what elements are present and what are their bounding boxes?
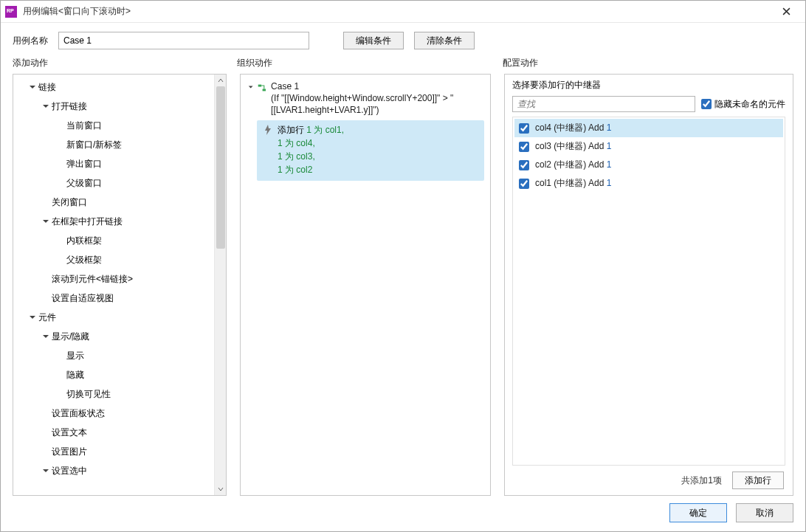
- chevron-down-icon: [28, 83, 37, 91]
- organize-panel: Case 1 (If "[[Window.height+Window.scrol…: [240, 74, 491, 496]
- scroll-thumb[interactable]: [216, 86, 225, 249]
- tree-item[interactable]: 设置选中: [13, 461, 214, 480]
- chevron-down-icon: [41, 217, 50, 226]
- repeater-label: col4 (中继器) Add 1: [535, 122, 611, 134]
- tree-item[interactable]: 打开链接: [13, 97, 214, 116]
- chevron-down-icon: [41, 466, 50, 475]
- search-input[interactable]: [512, 96, 695, 112]
- tree-item-label: 元件: [38, 310, 56, 325]
- tree-item[interactable]: 新窗口/新标签: [13, 135, 214, 154]
- flow-icon: [258, 82, 266, 94]
- repeater-row[interactable]: col1 (中继器) Add 1: [514, 174, 783, 193]
- tree-item-label: 当前窗口: [66, 118, 102, 133]
- chevron-down-icon: [28, 313, 37, 322]
- tree-item-label: 滚动到元件<锚链接>: [52, 272, 133, 286]
- case-name-label: 用例名称: [13, 35, 48, 47]
- bolt-icon: [263, 125, 273, 135]
- action-tree[interactable]: 链接打开链接当前窗口新窗口/新标签弹出窗口父级窗口关闭窗口在框架中打开链接内联框…: [13, 75, 214, 495]
- tree-item[interactable]: 隐藏: [13, 365, 214, 384]
- hide-unnamed-checkbox[interactable]: [701, 99, 712, 109]
- panels: 链接打开链接当前窗口新窗口/新标签弹出窗口父级窗口关闭窗口在框架中打开链接内联框…: [1, 74, 805, 496]
- tree-item[interactable]: 设置图片: [13, 442, 214, 461]
- tree-item-label: 链接: [38, 80, 56, 94]
- tree-item[interactable]: 父级框架: [13, 250, 214, 269]
- tree-item-label: 内联框架: [66, 233, 102, 248]
- case-name-input[interactable]: [58, 32, 309, 49]
- tree-item[interactable]: 父级窗口: [13, 173, 214, 193]
- tree-item-label: 设置文本: [52, 425, 87, 440]
- repeater-row[interactable]: col3 (中继器) Add 1: [514, 137, 783, 156]
- add-row-button[interactable]: 添加行: [732, 471, 784, 489]
- tree-item[interactable]: 设置自适应视图: [13, 289, 214, 308]
- repeater-checkbox[interactable]: [519, 123, 529, 134]
- svg-rect-1: [263, 89, 266, 91]
- tree-item[interactable]: 当前窗口: [13, 116, 214, 135]
- config-title: 选择要添加行的中继器: [512, 79, 785, 91]
- section-headers: 添加动作 组织动作 配置动作: [1, 57, 805, 74]
- repeater-checkbox[interactable]: [519, 142, 529, 152]
- tree-item[interactable]: 设置面板状态: [13, 404, 214, 423]
- tree-item-label: 切换可见性: [66, 387, 111, 401]
- case-name-text: Case 1: [271, 80, 484, 92]
- repeater-row[interactable]: col2 (中继器) Add 1: [514, 156, 783, 174]
- repeater-label: col1 (中继器) Add 1: [535, 177, 611, 190]
- case-node[interactable]: Case 1 (If "[[Window.height+Window.scrol…: [241, 77, 490, 119]
- hide-unnamed-toggle[interactable]: 隐藏未命名的元件: [701, 98, 785, 111]
- tree-item[interactable]: 弹出窗口: [13, 154, 214, 173]
- repeater-checkbox[interactable]: [519, 179, 529, 189]
- tree-item[interactable]: 滚动到元件<锚链接>: [13, 269, 214, 289]
- scroll-up-icon[interactable]: [215, 75, 226, 86]
- chevron-down-icon: [41, 102, 50, 111]
- tree-item[interactable]: 链接: [13, 77, 214, 97]
- ok-button[interactable]: 确定: [669, 503, 727, 522]
- tree-item-label: 弹出窗口: [66, 156, 102, 171]
- app-icon: [5, 6, 17, 18]
- repeater-label: col3 (中继器) Add 1: [535, 140, 611, 153]
- repeater-row[interactable]: col4 (中继器) Add 1: [514, 119, 783, 137]
- tree-item[interactable]: 内联框架: [13, 231, 214, 250]
- tree-item-label: 设置选中: [52, 463, 87, 478]
- tree-item-label: 隐藏: [66, 367, 84, 382]
- clear-condition-button[interactable]: 清除条件: [414, 32, 475, 49]
- edit-condition-button[interactable]: 编辑条件: [343, 32, 404, 49]
- selection-count: 共添加1项: [681, 474, 722, 487]
- tree-item[interactable]: 在框架中打开链接: [13, 212, 214, 231]
- section-add-action: 添加动作: [13, 57, 237, 69]
- config-footer: 共添加1项 添加行: [512, 466, 785, 491]
- repeater-list: col4 (中继器) Add 1col3 (中继器) Add 1col2 (中继…: [512, 117, 785, 466]
- tree-item-label: 父级窗口: [66, 176, 102, 190]
- section-config-action: 配置动作: [503, 57, 793, 69]
- case-condition: (If "[[Window.height+Window.scrollY+200]…: [271, 92, 484, 116]
- action-tree-panel: 链接打开链接当前窗口新窗口/新标签弹出窗口父级窗口关闭窗口在框架中打开链接内联框…: [13, 74, 227, 496]
- tree-item[interactable]: 关闭窗口: [13, 193, 214, 212]
- chevron-down-icon: [41, 332, 50, 341]
- section-organize-action: 组织动作: [237, 57, 503, 69]
- config-panel: 选择要添加行的中继器 隐藏未命名的元件 col4 (中继器) Add 1col3…: [504, 74, 793, 496]
- hide-unnamed-label: 隐藏未命名的元件: [714, 98, 785, 111]
- search-row: 隐藏未命名的元件: [512, 96, 785, 112]
- tree-item[interactable]: 设置文本: [13, 423, 214, 442]
- repeater-checkbox[interactable]: [519, 160, 529, 170]
- case-toolbar: 用例名称 编辑条件 清除条件: [1, 23, 805, 57]
- tree-item[interactable]: 切换可见性: [13, 384, 214, 404]
- tree-item[interactable]: 显示/隐藏: [13, 327, 214, 346]
- case-node-text: Case 1 (If "[[Window.height+Window.scrol…: [271, 80, 484, 116]
- tree-item-label: 关闭窗口: [52, 195, 87, 210]
- tree-item-label: 打开链接: [52, 99, 87, 114]
- action-title: 添加行: [278, 125, 304, 135]
- tree-item[interactable]: 元件: [13, 308, 214, 327]
- close-button[interactable]: [771, 1, 801, 22]
- expand-icon: [248, 83, 253, 91]
- scroll-down-icon[interactable]: [215, 483, 226, 495]
- action-node[interactable]: 添加行 1 为 col1,1 为 col4,1 为 col3,1 为 col2: [257, 120, 484, 181]
- tree-item-label: 显示/隐藏: [52, 329, 89, 344]
- cancel-button[interactable]: 取消: [736, 503, 793, 522]
- tree-item-label: 设置图片: [52, 444, 87, 459]
- action-text: 添加行 1 为 col1,1 为 col4,1 为 col3,1 为 col2: [278, 123, 344, 176]
- tree-item-label: 新窗口/新标签: [66, 137, 122, 152]
- window-title: 用例编辑<窗口向下滚动时>: [23, 5, 131, 18]
- repeater-label: col2 (中继器) Add 1: [535, 159, 611, 171]
- tree-scrollbar[interactable]: [214, 75, 226, 495]
- tree-item-label: 父级框架: [66, 252, 102, 267]
- tree-item[interactable]: 显示: [13, 346, 214, 365]
